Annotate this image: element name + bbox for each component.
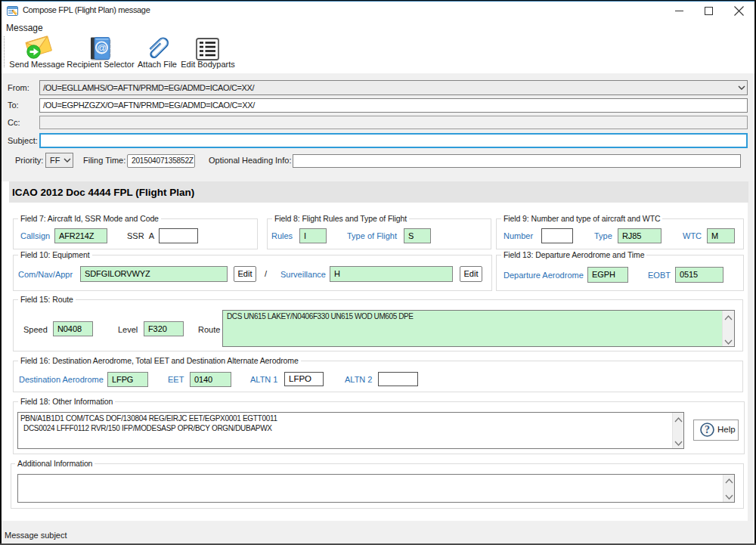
svg-text:@: @ <box>97 42 107 54</box>
svg-text:?: ? <box>705 424 710 435</box>
